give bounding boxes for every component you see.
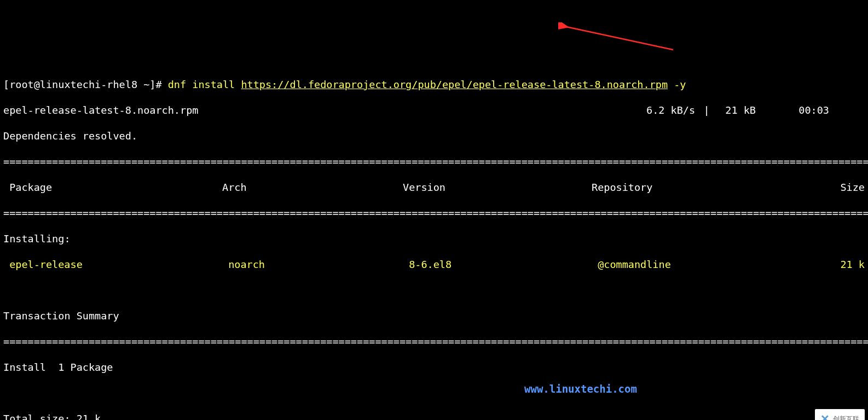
hr-bottom: ========================================… — [3, 335, 865, 348]
svg-line-1 — [566, 27, 673, 50]
pkg-arch: noarch — [228, 258, 409, 271]
th-size: Size — [830, 181, 865, 194]
pkg-name: epel-release — [3, 258, 228, 271]
blank-1 — [3, 284, 865, 296]
download-speed: 6.2 kB/s — [646, 104, 701, 116]
footer-brand-badge: ✕ 创新互联 — [815, 409, 865, 420]
transaction-summary: Transaction Summary — [3, 310, 865, 322]
hr-mid: ========================================… — [3, 207, 865, 219]
section-installing: Installing: — [3, 232, 865, 245]
download-time: 00:03 — [756, 104, 865, 116]
download-file: epel-release-latest-8.noarch.rpm — [3, 104, 646, 116]
cmd-dnf-install: dnf install — [168, 79, 241, 90]
blank-2 — [3, 387, 865, 399]
pkg-version: 8-6.el8 — [409, 258, 598, 271]
th-version: Version — [403, 181, 592, 194]
total-size: Total size: 21 k — [3, 412, 865, 421]
watermark-url: www.linuxtechi.com — [524, 382, 637, 395]
brand-logo-icon: ✕ — [820, 412, 830, 420]
download-size: 21 kB — [712, 104, 756, 116]
th-repo: Repository — [592, 181, 830, 194]
hr-top: ========================================… — [3, 155, 865, 168]
pkg-repo: @commandline — [598, 258, 836, 271]
deps-resolved: Dependencies resolved. — [3, 130, 865, 142]
th-package: Package — [3, 181, 222, 194]
download-sep: | — [701, 104, 712, 116]
brand-text: 创新互联 — [833, 415, 859, 420]
shell-prompt: [root@linuxtechi-rhel8 ~]# — [3, 79, 168, 90]
cmd-url: https://dl.fedoraproject.org/pub/epel/ep… — [241, 79, 668, 90]
table-row: epel-releasenoarch8-6.el8@commandline21 … — [3, 258, 865, 271]
download-line: epel-release-latest-8.noarch.rpm6.2 kB/s… — [3, 104, 865, 116]
pkg-size: 21 k — [836, 258, 865, 271]
annotation-arrow-icon — [558, 22, 679, 55]
prompt-line-1: [root@linuxtechi-rhel8 ~]# dnf install h… — [3, 78, 865, 91]
install-count: Install 1 Package — [3, 361, 865, 374]
terminal-screen[interactable]: [root@linuxtechi-rhel8 ~]# dnf install h… — [0, 64, 868, 420]
table-header: PackageArchVersionRepositorySize — [3, 181, 865, 194]
th-arch: Arch — [222, 181, 403, 194]
cmd-flag: -y — [668, 79, 686, 90]
